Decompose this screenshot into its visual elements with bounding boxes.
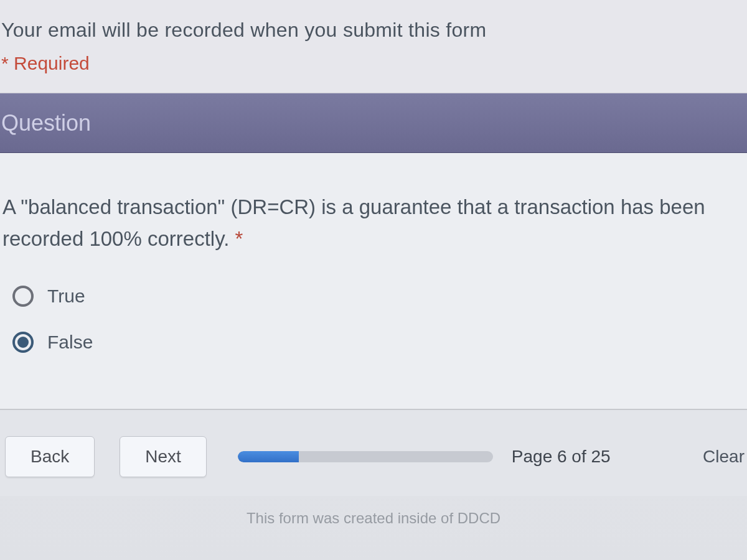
progress-wrap: Page 6 of 25 (238, 447, 611, 467)
form-page: Your email will be recorded when you sub… (0, 0, 747, 560)
progress-bar (238, 451, 493, 462)
question-text: A "balanced transaction" (DR=CR) is a gu… (2, 191, 745, 254)
option-true[interactable]: True (12, 286, 745, 307)
question-card: A "balanced transaction" (DR=CR) is a gu… (0, 153, 747, 410)
question-required-asterisk-icon: * (235, 227, 243, 250)
nav-row: Back Next Page 6 of 25 Clear (0, 410, 747, 496)
option-label: True (47, 286, 85, 307)
email-record-note: Your email will be recorded when you sub… (1, 19, 747, 42)
progress-fill (238, 451, 299, 462)
option-false[interactable]: False (12, 332, 745, 353)
required-legend-label: Required (14, 53, 90, 73)
radio-icon[interactable] (12, 286, 34, 307)
required-legend: * Required (1, 53, 747, 74)
radio-checked-icon[interactable] (12, 332, 34, 353)
next-button[interactable]: Next (120, 436, 207, 477)
back-button[interactable]: Back (5, 436, 95, 477)
form-info-block: Your email will be recorded when you sub… (0, 0, 747, 93)
section-header: Question (0, 93, 747, 153)
question-body: A "balanced transaction" (DR=CR) is a gu… (2, 195, 705, 250)
page-indicator: Page 6 of 25 (512, 447, 611, 467)
required-asterisk-icon: * (1, 53, 9, 73)
option-label: False (47, 332, 93, 353)
section-title: Question (1, 110, 91, 136)
clear-selection-link[interactable]: Clear (703, 447, 745, 467)
form-footer-note: This form was created inside of DDCD (0, 496, 747, 527)
